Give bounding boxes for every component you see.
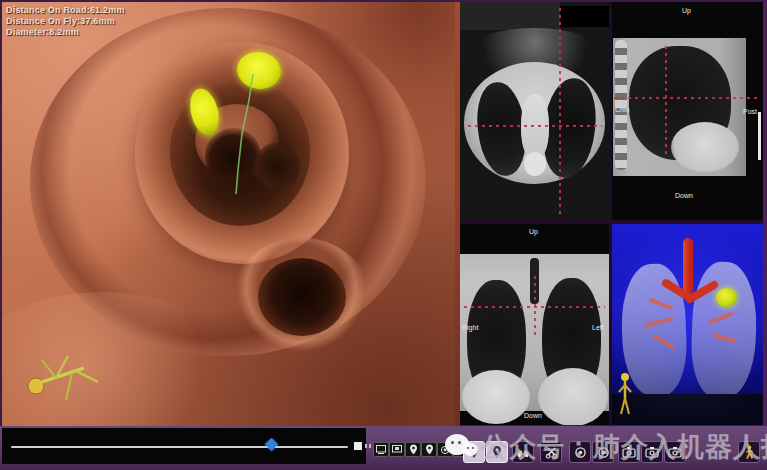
ct-axial-panel[interactable] [460, 2, 609, 220]
axial-background-zone [460, 2, 560, 30]
distance-on-road-label: Distance On Road:61.2mm [6, 5, 125, 16]
lung3d-trachea [683, 238, 693, 294]
coronal-label-top: Up [529, 228, 538, 236]
sagittal-label-left: Chin [615, 106, 629, 114]
bottom-toolbar: 公众号：肺介入机器人技术 [0, 426, 767, 470]
distance-on-fly-label: Distance On Fly:37.6mm [6, 16, 125, 27]
sagittal-crosshair-horizontal [614, 97, 761, 99]
axial-crosshair-vertical [559, 8, 561, 216]
wechat-eye [458, 441, 461, 444]
layout-screen-2-icon [392, 445, 402, 454]
lung3d-target-nodule [716, 288, 737, 307]
lower-bronchus-opening [258, 258, 346, 336]
watermark-text: 公众号：肺介入机器人技术 [481, 429, 767, 465]
wechat-bubble-small [463, 443, 478, 456]
lung3d-orientation-figure [617, 372, 633, 418]
sagittal-label-top: Up [682, 7, 691, 15]
axial-spine [524, 152, 546, 176]
sagittal-heart-diaphragm [671, 122, 739, 172]
coronal-diaphragm-left [538, 368, 608, 425]
route-pin-2-icon [425, 444, 434, 455]
sagittal-label-right: Post [743, 108, 757, 116]
layout-screen-button[interactable] [373, 442, 389, 457]
bronchoscopy-navigation-workstation: Distance On Road:61.2mm Distance On Fly:… [0, 0, 767, 470]
sagittal-ct-image [613, 38, 746, 176]
lung3d-left-lung [690, 261, 759, 399]
coronal-label-bottom: Down [524, 412, 542, 420]
route-pin-2-button[interactable] [421, 442, 437, 457]
route-pin-button[interactable] [405, 442, 421, 457]
ct-sagittal-panel[interactable]: Up Chin Post Down [612, 2, 763, 220]
sagittal-spine [615, 40, 627, 170]
layout-screen-2-button[interactable] [389, 442, 405, 457]
coronal-label-left: Right [462, 324, 478, 332]
wechat-eye [451, 441, 454, 444]
route-pin-icon [409, 444, 418, 455]
diameter-label: Diameter:8.2mm [6, 27, 125, 38]
sagittal-label-bottom: Down [675, 192, 693, 200]
axial-mediastinum [521, 94, 549, 160]
fly-through-slider-track[interactable] [11, 446, 348, 448]
ct-coronal-panel[interactable]: Up Right Left Down [460, 224, 609, 425]
lung3d-floor [612, 394, 763, 425]
coronal-label-right: Left [592, 324, 604, 332]
wechat-eye [472, 447, 474, 449]
virtual-bronchoscopy-viewport[interactable]: Distance On Road:61.2mm Distance On Fly:… [2, 2, 455, 426]
axial-corner-mask [560, 6, 609, 27]
coronal-diaphragm-right [462, 370, 530, 424]
window-right-border [763, 0, 767, 470]
axial-crosshair-horizontal [468, 125, 602, 127]
fly-through-slider-thumb[interactable] [265, 438, 278, 451]
patient-orientation-figure [22, 352, 106, 408]
frame-slider-zone [2, 428, 366, 464]
wechat-eye [467, 447, 469, 449]
measurement-overlay: Distance On Road:61.2mm Distance On Fly:… [6, 5, 125, 38]
layout-screen-icon [376, 445, 386, 454]
stop-button[interactable] [354, 442, 362, 450]
wechat-icon [445, 432, 485, 464]
sagittal-crosshair-vertical [665, 46, 667, 154]
lung-3d-map-panel[interactable] [612, 224, 763, 425]
sagittal-level-slider[interactable] [758, 112, 761, 160]
coronal-crosshair-vertical [534, 276, 536, 338]
